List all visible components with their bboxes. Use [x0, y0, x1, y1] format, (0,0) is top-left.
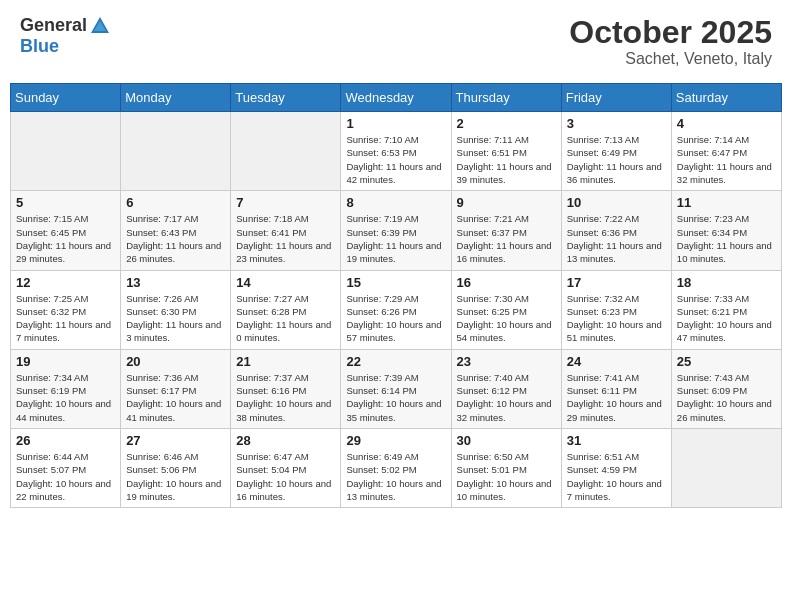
calendar-cell: 8Sunrise: 7:19 AMSunset: 6:39 PMDaylight… — [341, 191, 451, 270]
day-header-monday: Monday — [121, 84, 231, 112]
day-number: 11 — [677, 195, 776, 210]
day-info: Sunrise: 7:40 AMSunset: 6:12 PMDaylight:… — [457, 371, 556, 424]
day-info: Sunrise: 6:44 AMSunset: 5:07 PMDaylight:… — [16, 450, 115, 503]
calendar-cell: 28Sunrise: 6:47 AMSunset: 5:04 PMDayligh… — [231, 428, 341, 507]
calendar-cell: 30Sunrise: 6:50 AMSunset: 5:01 PMDayligh… — [451, 428, 561, 507]
day-number: 22 — [346, 354, 445, 369]
day-number: 26 — [16, 433, 115, 448]
day-number: 17 — [567, 275, 666, 290]
calendar-cell — [121, 112, 231, 191]
day-number: 29 — [346, 433, 445, 448]
day-number: 25 — [677, 354, 776, 369]
day-info: Sunrise: 7:18 AMSunset: 6:41 PMDaylight:… — [236, 212, 335, 265]
day-info: Sunrise: 7:39 AMSunset: 6:14 PMDaylight:… — [346, 371, 445, 424]
calendar-cell: 14Sunrise: 7:27 AMSunset: 6:28 PMDayligh… — [231, 270, 341, 349]
day-info: Sunrise: 7:23 AMSunset: 6:34 PMDaylight:… — [677, 212, 776, 265]
day-info: Sunrise: 7:19 AMSunset: 6:39 PMDaylight:… — [346, 212, 445, 265]
location-title: Sachet, Veneto, Italy — [569, 50, 772, 68]
day-info: Sunrise: 7:41 AMSunset: 6:11 PMDaylight:… — [567, 371, 666, 424]
day-info: Sunrise: 6:49 AMSunset: 5:02 PMDaylight:… — [346, 450, 445, 503]
day-header-thursday: Thursday — [451, 84, 561, 112]
page-header: General Blue October 2025 Sachet, Veneto… — [10, 10, 782, 73]
calendar-cell: 2Sunrise: 7:11 AMSunset: 6:51 PMDaylight… — [451, 112, 561, 191]
calendar-cell: 12Sunrise: 7:25 AMSunset: 6:32 PMDayligh… — [11, 270, 121, 349]
calendar-week-row: 5Sunrise: 7:15 AMSunset: 6:45 PMDaylight… — [11, 191, 782, 270]
calendar-week-row: 1Sunrise: 7:10 AMSunset: 6:53 PMDaylight… — [11, 112, 782, 191]
day-info: Sunrise: 7:10 AMSunset: 6:53 PMDaylight:… — [346, 133, 445, 186]
calendar-cell: 16Sunrise: 7:30 AMSunset: 6:25 PMDayligh… — [451, 270, 561, 349]
calendar-cell: 26Sunrise: 6:44 AMSunset: 5:07 PMDayligh… — [11, 428, 121, 507]
calendar-cell: 15Sunrise: 7:29 AMSunset: 6:26 PMDayligh… — [341, 270, 451, 349]
calendar-cell: 21Sunrise: 7:37 AMSunset: 6:16 PMDayligh… — [231, 349, 341, 428]
day-number: 8 — [346, 195, 445, 210]
day-info: Sunrise: 7:43 AMSunset: 6:09 PMDaylight:… — [677, 371, 776, 424]
calendar-cell: 1Sunrise: 7:10 AMSunset: 6:53 PMDaylight… — [341, 112, 451, 191]
day-number: 15 — [346, 275, 445, 290]
calendar-table: SundayMondayTuesdayWednesdayThursdayFrid… — [10, 83, 782, 508]
day-info: Sunrise: 7:25 AMSunset: 6:32 PMDaylight:… — [16, 292, 115, 345]
calendar-cell: 17Sunrise: 7:32 AMSunset: 6:23 PMDayligh… — [561, 270, 671, 349]
calendar-cell: 31Sunrise: 6:51 AMSunset: 4:59 PMDayligh… — [561, 428, 671, 507]
calendar-cell: 20Sunrise: 7:36 AMSunset: 6:17 PMDayligh… — [121, 349, 231, 428]
day-number: 9 — [457, 195, 556, 210]
calendar-cell: 11Sunrise: 7:23 AMSunset: 6:34 PMDayligh… — [671, 191, 781, 270]
day-info: Sunrise: 7:32 AMSunset: 6:23 PMDaylight:… — [567, 292, 666, 345]
day-number: 30 — [457, 433, 556, 448]
calendar-cell: 25Sunrise: 7:43 AMSunset: 6:09 PMDayligh… — [671, 349, 781, 428]
day-header-wednesday: Wednesday — [341, 84, 451, 112]
day-info: Sunrise: 7:29 AMSunset: 6:26 PMDaylight:… — [346, 292, 445, 345]
day-info: Sunrise: 7:11 AMSunset: 6:51 PMDaylight:… — [457, 133, 556, 186]
day-info: Sunrise: 7:30 AMSunset: 6:25 PMDaylight:… — [457, 292, 556, 345]
calendar-cell: 27Sunrise: 6:46 AMSunset: 5:06 PMDayligh… — [121, 428, 231, 507]
day-number: 16 — [457, 275, 556, 290]
calendar-cell: 22Sunrise: 7:39 AMSunset: 6:14 PMDayligh… — [341, 349, 451, 428]
logo-icon — [89, 15, 111, 37]
day-number: 13 — [126, 275, 225, 290]
day-info: Sunrise: 7:34 AMSunset: 6:19 PMDaylight:… — [16, 371, 115, 424]
day-number: 20 — [126, 354, 225, 369]
logo-general: General — [20, 16, 87, 36]
calendar-cell: 3Sunrise: 7:13 AMSunset: 6:49 PMDaylight… — [561, 112, 671, 191]
day-header-friday: Friday — [561, 84, 671, 112]
day-number: 2 — [457, 116, 556, 131]
calendar-cell: 18Sunrise: 7:33 AMSunset: 6:21 PMDayligh… — [671, 270, 781, 349]
day-info: Sunrise: 6:50 AMSunset: 5:01 PMDaylight:… — [457, 450, 556, 503]
day-info: Sunrise: 7:14 AMSunset: 6:47 PMDaylight:… — [677, 133, 776, 186]
day-info: Sunrise: 7:37 AMSunset: 6:16 PMDaylight:… — [236, 371, 335, 424]
calendar-cell: 5Sunrise: 7:15 AMSunset: 6:45 PMDaylight… — [11, 191, 121, 270]
day-number: 5 — [16, 195, 115, 210]
calendar-cell: 6Sunrise: 7:17 AMSunset: 6:43 PMDaylight… — [121, 191, 231, 270]
calendar-cell: 4Sunrise: 7:14 AMSunset: 6:47 PMDaylight… — [671, 112, 781, 191]
day-number: 6 — [126, 195, 225, 210]
calendar-cell: 10Sunrise: 7:22 AMSunset: 6:36 PMDayligh… — [561, 191, 671, 270]
day-number: 27 — [126, 433, 225, 448]
day-number: 14 — [236, 275, 335, 290]
day-info: Sunrise: 6:46 AMSunset: 5:06 PMDaylight:… — [126, 450, 225, 503]
calendar-header-row: SundayMondayTuesdayWednesdayThursdayFrid… — [11, 84, 782, 112]
logo: General Blue — [20, 15, 111, 57]
day-info: Sunrise: 7:22 AMSunset: 6:36 PMDaylight:… — [567, 212, 666, 265]
day-number: 21 — [236, 354, 335, 369]
day-number: 12 — [16, 275, 115, 290]
day-number: 18 — [677, 275, 776, 290]
calendar-cell: 7Sunrise: 7:18 AMSunset: 6:41 PMDaylight… — [231, 191, 341, 270]
day-info: Sunrise: 7:33 AMSunset: 6:21 PMDaylight:… — [677, 292, 776, 345]
day-header-tuesday: Tuesday — [231, 84, 341, 112]
calendar-cell: 13Sunrise: 7:26 AMSunset: 6:30 PMDayligh… — [121, 270, 231, 349]
day-info: Sunrise: 7:15 AMSunset: 6:45 PMDaylight:… — [16, 212, 115, 265]
day-number: 7 — [236, 195, 335, 210]
day-info: Sunrise: 7:13 AMSunset: 6:49 PMDaylight:… — [567, 133, 666, 186]
day-number: 23 — [457, 354, 556, 369]
day-info: Sunrise: 6:51 AMSunset: 4:59 PMDaylight:… — [567, 450, 666, 503]
day-info: Sunrise: 7:17 AMSunset: 6:43 PMDaylight:… — [126, 212, 225, 265]
calendar-cell: 29Sunrise: 6:49 AMSunset: 5:02 PMDayligh… — [341, 428, 451, 507]
day-number: 10 — [567, 195, 666, 210]
day-info: Sunrise: 7:21 AMSunset: 6:37 PMDaylight:… — [457, 212, 556, 265]
calendar-cell: 24Sunrise: 7:41 AMSunset: 6:11 PMDayligh… — [561, 349, 671, 428]
calendar-week-row: 12Sunrise: 7:25 AMSunset: 6:32 PMDayligh… — [11, 270, 782, 349]
calendar-cell: 19Sunrise: 7:34 AMSunset: 6:19 PMDayligh… — [11, 349, 121, 428]
month-title: October 2025 — [569, 15, 772, 50]
day-number: 24 — [567, 354, 666, 369]
day-info: Sunrise: 7:26 AMSunset: 6:30 PMDaylight:… — [126, 292, 225, 345]
day-info: Sunrise: 7:27 AMSunset: 6:28 PMDaylight:… — [236, 292, 335, 345]
